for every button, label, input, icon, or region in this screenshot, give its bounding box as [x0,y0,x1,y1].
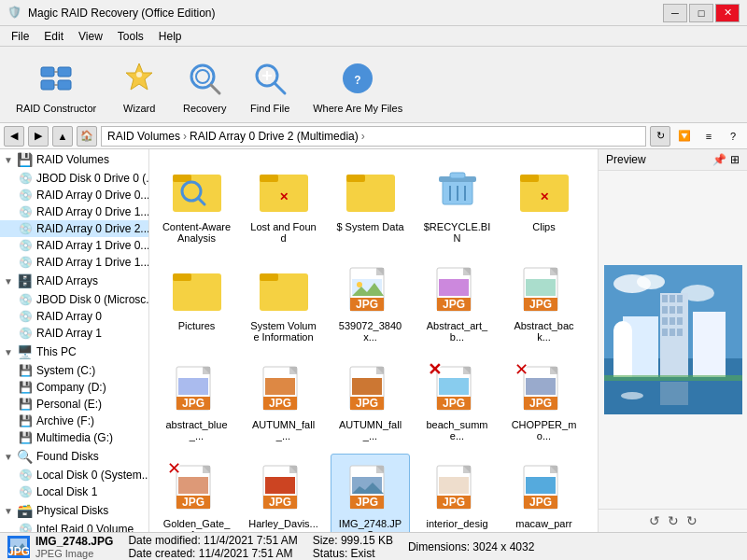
broken-overlay: ✕ [514,359,529,380]
svg-text:JPG: JPG [442,496,464,509]
rotate-left-button[interactable]: ↺ [649,513,660,528]
disk-icon: 💾 [19,431,33,444]
file-item-jpg-beach[interactable]: JPG ✕ beach_summe... [417,355,497,446]
sidebar-item-raid-arr-0[interactable]: 💿 RAID Array 0 [0,308,148,325]
file-label: abstract_blue_... [162,419,232,441]
sidebar-item-raid-a0-d2[interactable]: 💿 RAID Array 0 Drive 2... [0,220,148,237]
svg-point-159 [613,321,632,340]
sidebar-item-intel-raid[interactable]: 💿 Intel Raid 0 Volume [0,521,148,532]
file-label: AUTUMN_fall_... [335,419,405,441]
file-icon-jpg-beach: JPG ✕ [428,359,487,419]
file-item-jpg-golden-gate[interactable]: JPG ✕ Golden_Gate_f... [157,454,236,532]
sidebar-item-raid-a0-d0[interactable]: 💿 RAID Array 0 Drive 0... [0,187,148,203]
home-button[interactable]: 🏠 [77,126,97,147]
recovery-button[interactable]: Recovery [174,51,235,119]
file-item-jpg-539072[interactable]: JPG 539072_3840x... [331,256,410,347]
svg-rect-58 [526,279,556,296]
forward-button[interactable]: ▶ [28,126,49,147]
rotate-right-button[interactable]: ↻ [686,513,698,528]
svg-rect-22 [260,175,278,182]
file-item-jpg-autumn-fall2[interactable]: JPG AUTUMN_fall_... [331,355,410,446]
sidebar-item-local-0[interactable]: 💿 Local Disk 0 (System... [0,467,148,483]
file-item-jpg-abstract-back[interactable]: JPG Abstract_back... [504,256,584,347]
sidebar-item-local-1[interactable]: 💿 Local Disk 1 [0,483,148,500]
file-label: 539072_3840x... [335,320,405,343]
file-item-jpg-img2748[interactable]: JPG IMG_2748.JPG [331,454,410,532]
sidebar-group-this-pc[interactable]: ▼ 🖥️ This PC [0,342,148,362]
sidebar-item-raid-a1-d0[interactable]: 💿 RAID Array 1 Drive 0... [0,237,148,254]
file-item-jpg-interior[interactable]: JPG interior_design... [417,454,497,532]
close-button[interactable]: ✕ [715,4,740,22]
file-item-sys-vol-info[interactable]: System Volume Information [244,256,323,347]
sidebar-item-pers-e[interactable]: 💾 Personal (E:) [0,396,148,413]
sidebar: ▼ 💾 RAID Volumes 💿 JBOD Disk 0 Drive 0 (… [0,149,149,532]
menu-help[interactable]: Help [151,28,190,45]
preview-expand-icon[interactable]: ⊞ [730,153,740,166]
status-created-value: 11/4/2021 7:51 AM [199,547,293,560]
wizard-button[interactable]: Wizard [108,51,170,119]
filter-button[interactable]: 🔽 [674,126,695,147]
sidebar-section-raid-arrays: ▼ 🗄️ RAID Arrays 💿 JBOD Disk 0 (Microsc.… [0,271,148,342]
refresh-button[interactable]: ↻ [650,126,670,147]
disk-icon: 💿 [19,172,33,185]
file-item-clips[interactable]: ✕ Clips [504,157,584,248]
sidebar-item-jbod-micro[interactable]: 💿 JBOD Disk 0 (Microsc... [0,291,148,308]
disk-icon: 💾 [19,414,33,427]
maximize-button[interactable]: □ [689,4,713,22]
find-file-button[interactable]: Find File [239,51,301,119]
file-item-recycle-bin[interactable]: $RECYCLE.BIN [417,157,497,248]
svg-line-10 [211,85,219,93]
sidebar-item-raid-a0-d1[interactable]: 💿 RAID Array 0 Drive 1... [0,203,148,220]
raid-constructor-button[interactable]: RAID Constructor [7,51,105,119]
svg-text:JPG: JPG [181,496,204,509]
sidebar-group-physical-disks[interactable]: ▼ 🗃️ Physical Disks [0,500,148,521]
file-item-system-data[interactable]: $ System Data [331,157,410,248]
refresh-preview-button[interactable]: ↻ [668,513,679,528]
svg-point-162 [621,392,643,399]
file-label: beach_summe... [422,419,492,441]
up-button[interactable]: ▲ [52,126,73,147]
file-item-jpg-harley[interactable]: JPG Harley_Davis... [244,454,323,532]
file-item-content-aware[interactable]: Content-Aware Analysis [157,157,236,248]
preview-pin-icon[interactable]: 📌 [712,153,726,166]
menu-tools[interactable]: Tools [110,28,151,45]
sidebar-item-raid-arr-1[interactable]: 💿 RAID Array 1 [0,325,148,342]
raid-constructor-label: RAID Constructor [16,103,96,114]
sidebar-item-comp-d[interactable]: 💾 Company (D:) [0,379,148,396]
sidebar-group-raid-arrays[interactable]: ▼ 🗄️ RAID Arrays [0,271,148,291]
svg-rect-28 [450,173,465,178]
svg-rect-153 [662,329,668,336]
file-item-jpg-chopper[interactable]: JPG ✕ CHOPPER_mo... [504,355,584,446]
file-label: interior_design... [422,518,492,532]
sidebar-item-raid-a1-d1[interactable]: 💿 RAID Array 1 Drive 1... [0,254,148,271]
sidebar-item-multi-g[interactable]: 💾 Multimedia (G:) [0,429,148,446]
file-item-jpg-autumn-fall[interactable]: JPG AUTUMN_fall_... [244,355,323,446]
sidebar-group-raid-volumes[interactable]: ▼ 💾 RAID Volumes [0,149,148,170]
menu-edit[interactable]: Edit [36,28,71,45]
menu-file[interactable]: File [4,28,36,45]
back-button[interactable]: ◀ [4,126,24,147]
file-icon-jpg-interior: JPG [428,458,487,518]
file-item-jpg-abstract-b[interactable]: JPG Abstract_art_b... [417,256,497,347]
file-item-lost-found[interactable]: ✕ Lost and Found [244,157,323,248]
toolbar: RAID Constructor Wizard Recovery [0,47,747,123]
expand-icon: ▼ [4,506,15,516]
address-box[interactable]: RAID Volumes › RAID Array 0 Drive 2 (Mul… [101,126,646,147]
sidebar-item-arch-f[interactable]: 💾 Archive (F:) [0,413,148,429]
file-icon-jpg-chopper: JPG ✕ [514,359,574,419]
file-item-jpg-macaw[interactable]: JPG macaw_parro... [504,454,584,532]
menu-view[interactable]: View [71,28,110,45]
file-item-jpg-abstract-blue[interactable]: JPG abstract_blue_... [157,355,236,446]
status-created-label: Date created: [128,547,195,560]
where-are-my-files-button[interactable]: ? Where Are My Files [304,51,411,119]
status-filename: IMG_2748.JPG [35,535,113,548]
status-dimensions-value: 3024 x 4032 [472,540,534,553]
sidebar-item-jbod-0-0[interactable]: 💿 JBOD Disk 0 Drive 0 (... [0,170,148,187]
help-button[interactable]: ? [723,126,743,147]
file-item-pictures[interactable]: Pictures [157,256,236,347]
minimize-button[interactable]: ─ [663,4,687,22]
sidebar-item-sys-c[interactable]: 💾 System (C:) [0,362,148,379]
view-toggle[interactable]: ≡ [698,126,719,147]
sidebar-group-found-disks[interactable]: ▼ 🔍 Found Disks [0,446,148,467]
status-status-value: Exist [351,547,375,560]
